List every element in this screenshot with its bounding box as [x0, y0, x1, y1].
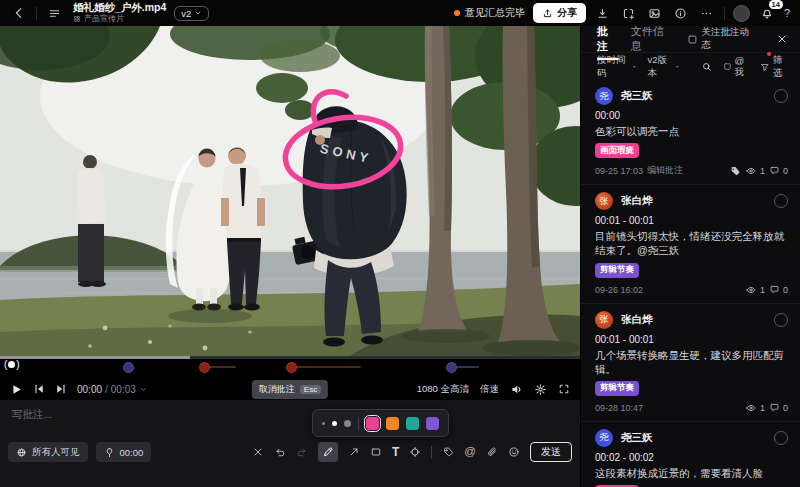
comment-author: 张白烨: [621, 313, 653, 327]
notifications-button[interactable]: 14: [758, 4, 776, 22]
color-swatch-pink[interactable]: [366, 417, 379, 430]
notification-badge: 14: [769, 0, 783, 9]
more-button[interactable]: [698, 4, 716, 22]
mention-me-checkbox[interactable]: @我: [723, 55, 750, 79]
comment-timecode[interactable]: 00:02 - 00:02: [595, 452, 788, 463]
replies-counter[interactable]: 0: [769, 402, 788, 413]
comment-item[interactable]: 尧 尧三妖 00:02 - 00:02 这段素材换成近景的，需要看清人脸 画面瑕…: [581, 422, 800, 487]
undo-button[interactable]: [274, 446, 286, 458]
send-button[interactable]: 发送: [530, 442, 572, 462]
views-counter[interactable]: 1: [745, 402, 765, 414]
comment-author: 尧三妖: [621, 89, 653, 103]
comment-item[interactable]: 张 张白烨 00:01 - 00:01 目前镜头切得太快，情绪还没完全释放就结束…: [581, 185, 800, 303]
share-button[interactable]: 分享: [533, 3, 586, 23]
comment-marker[interactable]: [123, 362, 134, 373]
clear-annotation-button[interactable]: [252, 446, 264, 458]
comment-range: [455, 366, 479, 368]
resolve-toggle[interactable]: [774, 313, 788, 327]
help-button[interactable]: ?: [784, 7, 790, 19]
redo-button[interactable]: [296, 446, 308, 458]
frame-export-button[interactable]: [646, 4, 664, 22]
eye-icon: [745, 402, 757, 414]
filter-button[interactable]: 筛选: [760, 54, 788, 80]
views-counter[interactable]: 1: [745, 284, 765, 296]
top-bar: 婚礼婚纱_户外.mp4 产品宣传片 v2 意见汇总完毕 分享 14 ?: [0, 0, 800, 26]
tab-comments[interactable]: 批注: [597, 24, 619, 54]
video-frame[interactable]: SONY: [0, 26, 580, 356]
pen-tool[interactable]: [318, 442, 338, 462]
quality-selector[interactable]: 1080 全高清: [417, 383, 469, 396]
resolve-toggle[interactable]: [774, 431, 788, 445]
caret-down-icon: [674, 63, 681, 71]
comment-item[interactable]: 张 张白烨 00:01 - 00:01 几个场景转换略显生硬，建议多用匹配剪辑。…: [581, 304, 800, 422]
capture-clip-button[interactable]: [620, 4, 638, 22]
tag-button[interactable]: [442, 446, 454, 458]
share-icon: [542, 8, 553, 19]
version-filter-dropdown[interactable]: v2版本: [647, 54, 680, 80]
comment-marker[interactable]: [286, 362, 297, 373]
comment-timecode[interactable]: 00:01 - 00:01: [595, 334, 788, 345]
stroke-size-medium[interactable]: [332, 421, 337, 426]
replies-counter[interactable]: 0: [769, 284, 788, 295]
pin-timecode[interactable]: 00:00: [96, 442, 152, 462]
user-avatar[interactable]: [733, 5, 750, 22]
color-swatch-orange[interactable]: [386, 417, 399, 430]
follow-activity-checkbox[interactable]: 关注批注动态: [687, 26, 758, 52]
comment-timecode[interactable]: 00:00: [595, 110, 788, 121]
comment-marker[interactable]: [199, 362, 210, 373]
resolve-toggle[interactable]: [774, 194, 788, 208]
stroke-size-small[interactable]: [322, 422, 325, 425]
project-subtitle: 产品宣传片: [73, 15, 166, 24]
file-list-icon[interactable]: [45, 4, 63, 22]
volume-button[interactable]: [510, 383, 523, 396]
rectangle-tool[interactable]: [370, 446, 382, 458]
chevron-down-icon: [194, 9, 202, 17]
spotlight-tool[interactable]: [409, 446, 421, 458]
comment-marker[interactable]: [446, 362, 457, 373]
comment-tag[interactable]: 剪辑节奏: [595, 263, 639, 278]
mention-button[interactable]: @: [464, 446, 476, 458]
prev-frame-button[interactable]: [33, 383, 45, 395]
reply-icon: [769, 284, 780, 295]
cancel-annotation-button[interactable]: 取消批注Esc: [252, 380, 328, 399]
arrow-tool[interactable]: [348, 446, 360, 458]
comment-tag[interactable]: 画面瑕疵: [595, 143, 639, 158]
playhead-marker[interactable]: (): [4, 359, 20, 370]
divider: [36, 7, 37, 20]
search-comments-button[interactable]: [701, 61, 713, 73]
attachment-button[interactable]: [486, 446, 498, 458]
fullscreen-button[interactable]: [558, 383, 570, 395]
title-block: 婚礼婚纱_户外.mp4 产品宣传片: [73, 2, 166, 23]
version-dropdown[interactable]: v2: [174, 6, 209, 21]
time-display[interactable]: 00:00/00:03: [77, 384, 148, 395]
text-tool[interactable]: T: [392, 446, 399, 458]
filter-active-dot: [767, 52, 771, 56]
settings-button[interactable]: [534, 383, 547, 396]
replies-counter[interactable]: 0: [769, 165, 788, 176]
tag-icon[interactable]: [729, 165, 741, 177]
color-swatch-teal[interactable]: [406, 417, 419, 430]
caret-down-icon: [631, 63, 638, 71]
pin-icon: [104, 447, 115, 458]
download-button[interactable]: [594, 4, 612, 22]
tab-file-info[interactable]: 文件信息: [631, 24, 675, 54]
color-swatch-purple[interactable]: [426, 417, 439, 430]
back-button[interactable]: [10, 4, 28, 22]
comment-timecode[interactable]: 00:01 - 00:01: [595, 215, 788, 226]
speed-selector[interactable]: 倍速: [480, 383, 499, 396]
comment-tag[interactable]: 剪辑节奏: [595, 381, 639, 396]
comment-item[interactable]: 尧 尧三妖 00:00 色彩可以调亮一点 画面瑕疵 09-25 17:03 编辑…: [581, 80, 800, 185]
resolve-toggle[interactable]: [774, 89, 788, 103]
comment-input[interactable]: [10, 406, 294, 440]
play-button[interactable]: [10, 383, 23, 396]
globe-icon: [16, 447, 27, 458]
next-frame-button[interactable]: [55, 383, 67, 395]
info-button[interactable]: [672, 4, 690, 22]
stroke-size-large[interactable]: [344, 420, 351, 427]
comment-edited-label[interactable]: 编辑批注: [647, 164, 683, 177]
close-panel-button[interactable]: [776, 33, 788, 45]
visibility-selector[interactable]: 所有人可见: [8, 442, 88, 462]
comments-panel: 批注 文件信息 关注批注动态 按时间码 v2版本 @我 筛选 尧 尧三妖 00:…: [580, 26, 800, 487]
views-counter[interactable]: 1: [745, 165, 765, 177]
emoji-button[interactable]: [508, 446, 520, 458]
